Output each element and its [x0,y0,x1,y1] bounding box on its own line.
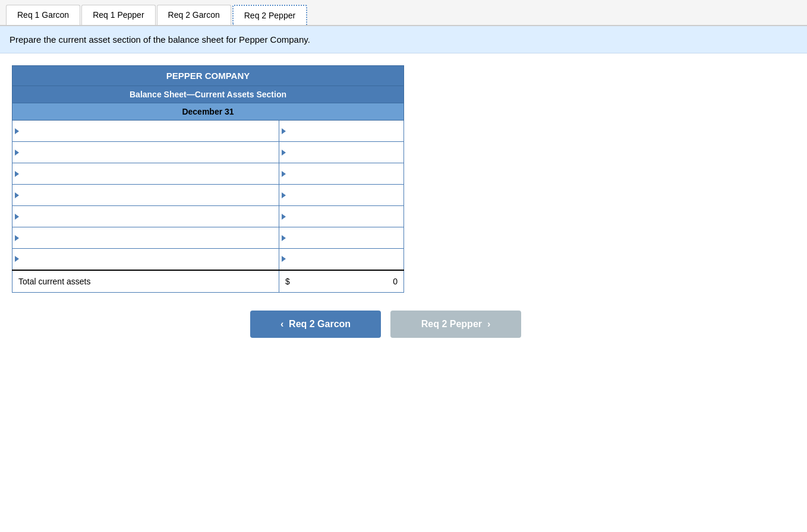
value-input-6[interactable] [287,233,404,243]
total-label-cell: Total current assets [12,270,279,293]
value-input-7[interactable] [287,254,404,264]
label-input-2[interactable] [20,148,279,157]
value-input-3[interactable] [287,169,404,179]
arrow-icon-7 [15,256,19,262]
content-area: PEPPER COMPANY Balance Sheet—Current Ass… [0,53,807,350]
value-input-5[interactable] [287,212,404,221]
label-input-7[interactable] [20,254,279,264]
label-cell-2 [12,142,279,163]
arrow-icon-3 [15,171,19,177]
value-cell-1 [279,121,404,142]
date-cell: December 31 [12,103,404,121]
table-row [12,227,404,249]
dollar-sign: $ [285,277,290,286]
value-input-1[interactable] [287,126,404,136]
total-row: Total current assets $ 0 [12,270,404,293]
label-cell-5 [12,206,279,227]
arrow-icon-5 [15,214,19,220]
company-name-cell: PEPPER COMPANY [12,66,404,86]
table-row [12,185,404,206]
table-row [12,206,404,227]
table-row [12,142,404,163]
table-row [12,163,404,185]
total-amount: 0 [393,277,398,286]
back-button[interactable]: ‹ Req 2 Garcon [250,311,381,338]
label-cell-7 [12,249,279,270]
tabs-container: Req 1 Garcon Req 1 Pepper Req 2 Garcon R… [0,0,807,26]
instructions-banner: Prepare the current asset section of the… [0,26,807,53]
label-cell-6 [12,227,279,249]
balance-sheet-table: PEPPER COMPANY Balance Sheet—Current Ass… [12,65,404,293]
value-cell-5 [279,206,404,227]
label-input-5[interactable] [20,212,279,221]
date-row: December 31 [12,103,404,121]
value-input-4[interactable] [287,191,404,200]
table-row [12,249,404,270]
label-input-1[interactable] [20,126,279,136]
tab-req2garcon[interactable]: Req 2 Garcon [157,5,231,25]
value-cell-6 [279,227,404,249]
label-cell-1 [12,121,279,142]
section-title-row: Balance Sheet—Current Assets Section [12,86,404,103]
value-cell-7 [279,249,404,270]
label-cell-3 [12,163,279,185]
tab-req2pepper[interactable]: Req 2 Pepper [232,5,307,25]
section-title-cell: Balance Sheet—Current Assets Section [12,86,404,103]
value-cell-2 [279,142,404,163]
arrow-icon-v5 [282,214,286,220]
value-input-2[interactable] [287,148,404,157]
arrow-icon-6 [15,235,19,241]
arrow-icon-v6 [282,235,286,241]
arrow-icon-v7 [282,256,286,262]
arrow-icon-2 [15,150,19,156]
tab-req1pepper[interactable]: Req 1 Pepper [81,5,155,25]
arrow-icon-v2 [282,150,286,156]
arrow-icon-v3 [282,171,286,177]
total-value-cell: $ 0 [279,270,404,293]
label-input-3[interactable] [20,169,279,179]
nav-buttons: ‹ Req 2 Garcon Req 2 Pepper › [12,311,795,338]
value-cell-3 [279,163,404,185]
table-row [12,121,404,142]
arrow-icon-v1 [282,128,286,134]
label-input-4[interactable] [20,191,279,200]
company-name-row: PEPPER COMPANY [12,66,404,86]
label-cell-4 [12,185,279,206]
value-cell-4 [279,185,404,206]
arrow-icon-4 [15,192,19,198]
label-input-6[interactable] [20,233,279,243]
forward-button[interactable]: Req 2 Pepper › [390,311,521,338]
tab-req1garcon[interactable]: Req 1 Garcon [6,5,80,25]
arrow-icon-1 [15,128,19,134]
arrow-icon-v4 [282,192,286,198]
